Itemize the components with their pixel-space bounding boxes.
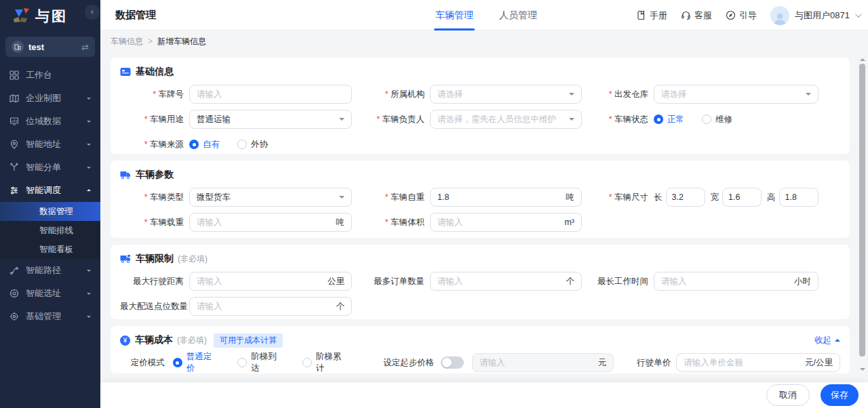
triangle-up-icon [835,336,840,342]
weight-input-wrap: 吨 [430,188,582,207]
collapse-chevron-icon: ‹ [91,6,94,16]
workspace-selector[interactable]: test ⇄ [5,37,95,57]
action-label: 手册 [650,9,667,22]
worktime-input[interactable] [661,277,790,286]
user-menu[interactable]: 与图用户0871 [770,6,860,25]
chevron-down-icon [87,167,91,171]
cancel-button[interactable]: 取消 [766,384,810,406]
scrollbar-thumb[interactable] [859,64,865,356]
height-input[interactable] [785,192,812,202]
section-title: 车辆参数 [136,169,174,181]
tab-personnel-management[interactable]: 人员管理 [499,0,537,30]
switch-workspace-icon[interactable]: ⇄ [81,42,89,52]
manager-select[interactable]: 请选择，需先在人员信息中维护 [430,110,582,129]
type-label: 车辆类型 [120,192,189,203]
radio-pricing-normal[interactable]: 普通定价 [173,351,220,373]
size-label: 车辆尺寸 [582,192,654,203]
form-row: 车牌号 所属机构 请选择 出发仓库 请选择 [120,85,840,104]
header-tabs: 车辆管理 人员管理 [435,0,537,30]
radio-source-external[interactable]: 外协 [237,139,268,150]
status-radio-group: 正常 维修 [654,114,750,125]
caret-down-icon [806,93,811,98]
sidebar-item-workbench[interactable]: 工作台 [0,64,100,87]
radio-pricing-tier-cumulative[interactable]: 阶梯累计 [302,351,350,373]
radio-source-owned[interactable]: 自有 [189,139,220,150]
radio-label: 阶梯累计 [316,351,350,373]
caret-down-icon [339,118,344,123]
section-basic-info: 基础信息 车牌号 所属机构 请选择 出发仓库 请选择 车辆用途 普通运输 车辆负… [111,58,850,154]
plate-input[interactable] [197,89,344,99]
depot-placeholder: 请选择 [661,89,802,100]
unit-price-input[interactable] [684,358,801,367]
collapse-section-link[interactable]: 收起 [814,335,840,346]
guide-button[interactable]: 引导 [726,9,757,22]
width-input[interactable] [728,192,755,202]
yen-glyph: ¥ [123,337,127,344]
height-input-wrap [779,188,818,207]
chevron-down-icon [87,121,91,125]
unit-suffix: m³ [564,218,574,227]
volume-input[interactable] [437,218,560,227]
gear-icon [9,312,20,321]
user-name: 与图用户0871 [795,9,850,22]
chevron-down-icon [87,98,91,102]
breadcrumb-parent[interactable]: 车辆信息 [111,36,143,47]
sidebar-item-label: 智能调度 [26,184,61,197]
points-input[interactable] [197,302,332,311]
section-header: ¥ 车辆成本 (非必填) 可用于成本计算 收起 [120,326,840,347]
form-row: 车辆载重 吨 车辆体积 m³ [120,213,840,232]
sidebar-item-zone-data[interactable]: 位域数据 [0,110,100,133]
scroll-down-arrow[interactable] [860,368,865,373]
distance-input-wrap: 公里 [189,272,352,291]
sidebar-subitem-data-management[interactable]: 数据管理 [0,202,100,221]
unit-suffix: 个 [336,301,345,312]
sidebar-item-smart-path[interactable]: 智能路径 [0,259,100,282]
radio-label: 维修 [715,114,732,125]
distance-input[interactable] [197,277,323,286]
length-input[interactable] [672,192,699,202]
manual-button[interactable]: 手册 [636,9,667,22]
org-select[interactable]: 请选择 [430,85,582,104]
sidebar-item-smart-site[interactable]: 智能选址 [0,282,100,305]
radio-label: 外协 [251,139,268,150]
form-row: 车辆类型 微型货车 车辆自重 吨 车辆尺寸 长 宽 高 [120,188,840,207]
sidebar-item-basic-management[interactable]: 基础管理 [0,305,100,328]
orders-label: 最多订单数量 [352,276,430,287]
section-title: 基础信息 [136,66,174,78]
action-label: 客服 [694,9,712,22]
usage-select[interactable]: 普通运输 [189,110,352,129]
action-label: 引导 [739,9,757,22]
save-button[interactable]: 保存 [821,384,859,406]
coin-icon: ¥ [120,335,130,346]
sidebar-collapse-button[interactable]: ‹ [85,5,100,20]
radio-checked-icon [189,140,199,149]
base-price-toggle[interactable] [441,356,464,369]
scroll-up-arrow[interactable] [860,56,865,61]
base-price-toggle-label: 设定起步价格 [383,357,434,369]
chevron-down-icon [855,11,862,18]
pricing-mode-label: 定价模式 [120,357,165,369]
form-row: 车辆用途 普通运输 车辆负责人 请选择，需先在人员信息中维护 车辆状态 正常 维… [120,110,840,129]
sidebar-item-smart-dispatch[interactable]: 智能调度 [0,179,100,202]
sidebar-item-smart-split[interactable]: 智能分单 [0,156,100,179]
support-button[interactable]: 客服 [681,9,712,22]
weight-input[interactable] [437,192,562,202]
radio-status-repair[interactable]: 维修 [702,114,732,125]
sidebar-item-enterprise-map[interactable]: 企业制图 [0,87,100,110]
radio-status-normal[interactable]: 正常 [654,114,684,125]
orders-input[interactable] [437,277,562,286]
radio-unchecked-icon [302,358,312,367]
depot-select[interactable]: 请选择 [654,85,818,104]
sidebar-subitem-smart-routing[interactable]: 智能排线 [0,221,100,240]
unit-suffix: 吨 [566,192,575,203]
load-input[interactable] [197,218,332,227]
tab-vehicle-management[interactable]: 车辆管理 [435,0,473,30]
pricing-radio-group: 普通定价 阶梯到达 阶梯累计 [173,351,367,373]
type-select[interactable]: 微型货车 [189,188,352,207]
radio-label: 自有 [203,139,220,150]
radio-pricing-tier-arrival[interactable]: 阶梯到达 [237,351,285,373]
sidebar-subitem-label: 数据管理 [39,206,73,218]
sidebar-item-smart-address[interactable]: 智能地址 [0,133,100,156]
sidebar-subitem-smart-board[interactable]: 智能看板 [0,240,100,259]
radio-unchecked-icon [237,358,247,367]
